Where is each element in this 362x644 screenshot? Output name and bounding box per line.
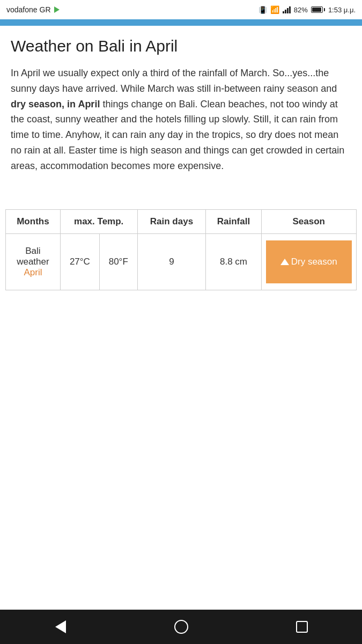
recent-apps-icon xyxy=(296,621,308,633)
arrow-up-icon xyxy=(280,259,289,265)
signal-icon xyxy=(283,6,291,13)
season-badge: Dry season xyxy=(266,240,352,283)
header-months: Months xyxy=(6,209,61,233)
cell-season: Dry season xyxy=(261,233,357,290)
weather-data-table: Months max. Temp. Rain days Rainfall Sea… xyxy=(5,209,357,290)
battery-icon xyxy=(311,6,325,13)
month-name-1: Bali xyxy=(10,246,56,257)
play-icon xyxy=(54,6,60,13)
table-row: Bali weather April 27°C 80°F 9 8.8 cm Dr… xyxy=(6,233,357,290)
header-max-temp: max. Temp. xyxy=(60,209,137,233)
header-rainfall: Rainfall xyxy=(206,209,261,233)
top-navigation-bar xyxy=(0,19,362,26)
cell-month: Bali weather April xyxy=(6,233,61,290)
carrier-info: vodafone GR xyxy=(6,5,60,14)
home-button[interactable] xyxy=(165,615,197,639)
cell-temp-f: 80°F xyxy=(99,233,137,290)
vibrate-icon: 📳 xyxy=(258,6,267,14)
season-label: Dry season xyxy=(291,257,337,267)
back-button[interactable] xyxy=(45,615,77,639)
month-name-2: weather xyxy=(10,257,56,267)
carrier-name: vodafone GR xyxy=(6,5,51,14)
cell-rain-days: 9 xyxy=(137,233,206,290)
status-bar: vodafone GR 📳 📶 82% 1:53 μ.μ. xyxy=(0,0,362,19)
body-paragraph: In April we usually expect only a third … xyxy=(11,65,351,174)
month-link[interactable]: April xyxy=(24,267,42,277)
bold-text: dry season, in April xyxy=(11,99,100,109)
home-circle-icon xyxy=(174,620,188,634)
recent-apps-button[interactable] xyxy=(286,615,318,639)
cell-temp-c: 27°C xyxy=(60,233,99,290)
system-status: 📳 📶 82% 1:53 μ.μ. xyxy=(258,5,356,14)
battery-percent: 82% xyxy=(294,6,308,14)
main-content: Weather on Bali in April In April we usu… xyxy=(0,26,362,188)
header-season: Season xyxy=(261,209,357,233)
weather-table-section: Months max. Temp. Rain days Rainfall Sea… xyxy=(0,209,362,290)
table-header-row: Months max. Temp. Rain days Rainfall Sea… xyxy=(6,209,357,233)
bottom-navigation xyxy=(0,610,362,644)
wifi-icon: 📶 xyxy=(270,5,279,14)
back-arrow-icon xyxy=(55,620,66,633)
page-title: Weather on Bali in April xyxy=(11,36,351,56)
body-text-part1: In April we usually expect only a third … xyxy=(11,68,337,94)
header-rain-days: Rain days xyxy=(137,209,206,233)
time-display: 1:53 μ.μ. xyxy=(328,6,356,14)
cell-rainfall: 8.8 cm xyxy=(206,233,261,290)
